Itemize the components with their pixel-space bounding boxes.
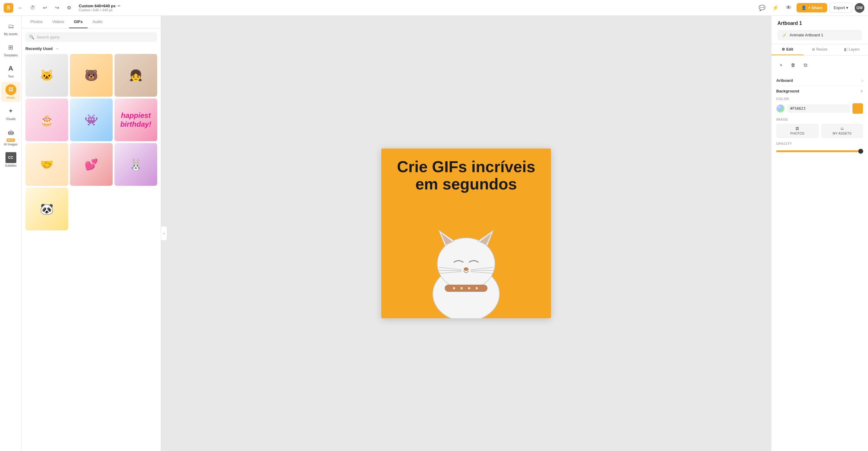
preview-button[interactable]: 👁 — [783, 2, 794, 13]
tab-videos[interactable]: Videos — [47, 16, 69, 28]
edit-tab-label: Edit — [786, 47, 793, 52]
color-picker-button[interactable] — [776, 104, 785, 113]
tab-gifs[interactable]: GIFs — [69, 16, 88, 28]
opacity-section: OPACITY — [776, 142, 863, 153]
right-tab-resize[interactable]: ⊞ Resize — [804, 44, 836, 55]
my-assets-img-icon: 🗂 — [840, 127, 844, 130]
search-input[interactable] — [37, 35, 154, 39]
right-tab-edit[interactable]: ⚙ Edit — [771, 44, 804, 55]
sidebar-label-subtitles: Subtitles — [5, 164, 17, 167]
title-text: Custom 640×640 px — [79, 4, 116, 8]
main-layout: 🗂 My assets ⊞ Templates A Text 🖼 Media ✦… — [0, 16, 868, 451]
artboard-section-label: Artboard — [776, 78, 793, 83]
svg-point-12 — [468, 287, 471, 290]
recently-used-label: Recently Used — [26, 46, 53, 51]
add-layer-button[interactable]: + — [776, 60, 786, 70]
share-button[interactable]: 👤 + Share — [797, 3, 827, 12]
gif-item[interactable]: 🤝 — [26, 143, 68, 186]
my-assets-icon: 🗂 — [5, 21, 17, 31]
gif-item[interactable]: 🐼 — [26, 188, 68, 230]
history-button[interactable]: ⏱ — [28, 3, 37, 13]
media-panel: Photos Videos GIFs Audio 🔍 Recently Used… — [22, 16, 161, 451]
export-button[interactable]: Export ▾ — [830, 3, 852, 13]
tab-audio[interactable]: Audio — [88, 16, 107, 28]
title-subtitle: Custom • 640 × 640 px — [79, 8, 121, 12]
duplicate-layer-button[interactable]: ⧉ — [801, 60, 810, 70]
wand-icon: 🪄 — [782, 33, 787, 37]
panel-content: 🔍 Recently Used → 🐱 🐻 👧 🎂 👾 happiest bir… — [22, 28, 161, 451]
gif-item[interactable]: 👾 — [70, 98, 113, 141]
gif-item[interactable]: 🐱 — [26, 54, 68, 97]
svg-rect-9 — [445, 285, 487, 291]
opacity-slider[interactable] — [776, 150, 863, 152]
animate-artboard-button[interactable]: 🪄 Animate Artboard 1 — [777, 30, 862, 40]
svg-point-2 — [464, 267, 468, 271]
beta-badge: BETA — [7, 139, 15, 142]
svg-point-11 — [460, 287, 463, 290]
sidebar-label-ai-images: AI Images — [4, 143, 18, 146]
ai-images-icon: 🤖 — [5, 127, 17, 138]
undo-button[interactable]: ↩ — [40, 3, 50, 13]
recently-used-arrow-icon[interactable]: → — [55, 46, 59, 51]
sidebar-item-my-assets[interactable]: 🗂 My assets — [1, 18, 21, 38]
my-assets-image-button[interactable]: 🗂 MY ASSETS — [821, 124, 864, 138]
right-tab-layers[interactable]: ◧ Layers — [836, 44, 868, 55]
tab-photos[interactable]: Photos — [26, 16, 47, 28]
gif-item[interactable]: 🐻 — [70, 54, 113, 97]
subtitles-icon: CC — [5, 152, 17, 163]
sidebar-item-media[interactable]: 🖼 Media — [1, 82, 21, 102]
layers-tab-label: Layers — [848, 47, 860, 52]
color-hex-input[interactable] — [787, 104, 850, 113]
topbar: S ← ⏱ ↩ ↪ ⚙ Custom 640×640 px ✏ Custom •… — [0, 0, 868, 16]
sidebar-item-ai-images[interactable]: 🤖 BETA AI Images — [1, 124, 21, 148]
gif-item[interactable]: 🎂 — [26, 98, 68, 141]
redo-button[interactable]: ↪ — [52, 3, 62, 13]
photos-image-button[interactable]: 🖼 PHOTOS — [776, 124, 818, 138]
artboard-section-row[interactable]: Artboard › — [776, 75, 863, 86]
delete-layer-button[interactable]: 🗑 — [788, 60, 798, 70]
gif-item[interactable]: 👧 — [115, 54, 157, 97]
right-tabs: ⚙ Edit ⊞ Resize ◧ Layers — [771, 44, 868, 55]
search-box: 🔍 — [26, 32, 157, 42]
share-icon: 👤 — [801, 5, 806, 10]
lightning-button[interactable]: ⚡ — [770, 2, 781, 13]
edit-tab-icon: ⚙ — [782, 47, 785, 52]
layers-tab-icon: ◧ — [844, 47, 847, 52]
image-buttons: 🖼 PHOTOS 🗂 MY ASSETS — [776, 124, 863, 138]
image-section: IMAGE 🖼 PHOTOS 🗂 MY ASSETS — [776, 118, 863, 138]
gif-item[interactable]: happiest birthday! — [115, 98, 157, 141]
right-panel: Artboard 1 🪄 Animate Artboard 1 ⚙ Edit ⊞… — [771, 16, 868, 451]
gif-item[interactable]: 💕 — [70, 143, 113, 186]
color-swatch[interactable] — [852, 103, 863, 114]
background-section-title: Background — [776, 89, 799, 93]
chat-button[interactable]: 💬 — [756, 2, 768, 13]
resize-tab-icon: ⊞ — [812, 47, 815, 52]
sidebar-item-templates[interactable]: ⊞ Templates — [1, 39, 21, 59]
gif-item[interactable]: 🐰 — [115, 143, 157, 186]
templates-icon: ⊞ — [5, 42, 17, 53]
share-label: + Share — [808, 5, 822, 10]
photos-img-label: PHOTOS — [790, 132, 804, 135]
canvas-area: ‹ Crie GIFs incríveis em segundos — [161, 16, 771, 451]
svg-point-13 — [475, 287, 478, 290]
sidebar-item-visuals[interactable]: ✦ Visuals — [1, 103, 21, 123]
image-subsection-label: IMAGE — [776, 118, 863, 121]
background-section-header: Background ∨ — [776, 88, 863, 93]
svg-point-10 — [453, 287, 456, 290]
panel-tabs: Photos Videos GIFs Audio — [22, 16, 161, 28]
background-chevron-icon[interactable]: ∨ — [860, 88, 863, 93]
settings-button[interactable]: ⚙ — [64, 3, 74, 13]
artboard[interactable]: Crie GIFs incríveis em segundos — [381, 148, 551, 318]
my-assets-img-label: MY ASSETS — [833, 132, 851, 135]
background-section: Background ∨ COLOR IMAGE 🖼 PHO — [776, 88, 863, 153]
avatar[interactable]: GW — [855, 3, 864, 13]
back-button[interactable]: ← — [16, 3, 26, 13]
sidebar-item-text[interactable]: A Text — [1, 61, 21, 81]
collapse-panel-button[interactable]: ‹ — [161, 226, 167, 241]
visuals-icon: ✦ — [5, 106, 17, 116]
sidebar: 🗂 My assets ⊞ Templates A Text 🖼 Media ✦… — [0, 16, 22, 451]
photos-img-icon: 🖼 — [796, 127, 799, 130]
color-subsection-label: COLOR — [776, 97, 863, 101]
sidebar-item-subtitles[interactable]: CC Subtitles — [1, 150, 21, 170]
artboard-cat-illustration — [414, 215, 518, 318]
